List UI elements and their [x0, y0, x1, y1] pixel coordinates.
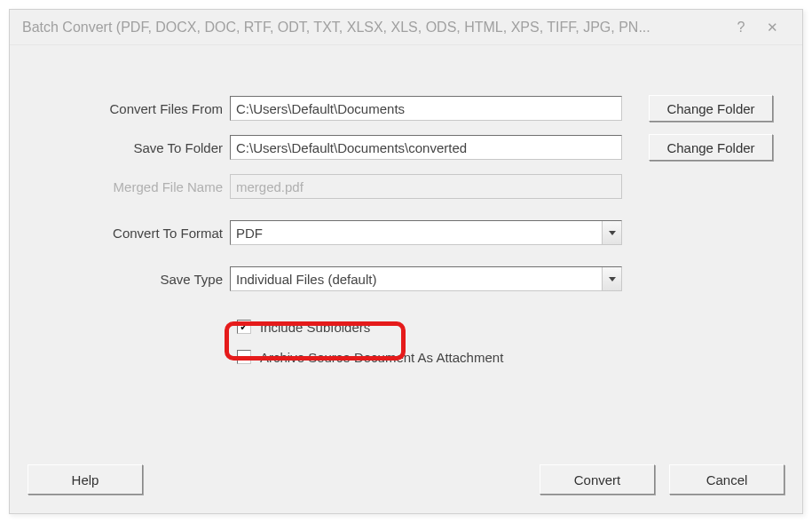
merged-name-label: Merged File Name: [10, 179, 230, 194]
archive-source-checkbox[interactable]: [237, 350, 251, 364]
save-type-select[interactable]: Individual Files (default): [230, 266, 622, 291]
help-button[interactable]: Help: [28, 464, 143, 495]
titlebar: Batch Convert (PDF, DOCX, DOC, RTF, ODT,…: [10, 10, 802, 45]
archive-source-label: Archive Source Document As Attachment: [260, 350, 503, 365]
titlebar-help-button[interactable]: ?: [728, 20, 754, 36]
chevron-down-icon: [602, 221, 621, 244]
convert-format-value: PDF: [236, 226, 263, 241]
include-subfolders-checkbox[interactable]: [237, 320, 251, 334]
bottom-bar: Help Convert Cancel: [10, 451, 802, 513]
close-icon[interactable]: ✕: [754, 20, 790, 36]
save-type-label: Save Type: [10, 272, 230, 287]
save-to-input[interactable]: [230, 135, 622, 160]
save-type-value: Individual Files (default): [236, 272, 376, 287]
convert-from-input[interactable]: [230, 96, 622, 121]
convert-button[interactable]: Convert: [540, 464, 655, 495]
batch-convert-dialog: Batch Convert (PDF, DOCX, DOC, RTF, ODT,…: [9, 9, 803, 514]
chevron-down-icon: [602, 267, 621, 290]
convert-from-label: Convert Files From: [10, 101, 230, 116]
include-subfolders-label: Include Subfolders: [260, 320, 370, 335]
dialog-body: Convert Files From Change Folder Save To…: [10, 63, 802, 451]
change-folder-to-button[interactable]: Change Folder: [649, 134, 773, 161]
window-title: Batch Convert (PDF, DOCX, DOC, RTF, ODT,…: [22, 20, 728, 36]
change-folder-from-button[interactable]: Change Folder: [649, 95, 773, 122]
convert-format-label: Convert To Format: [10, 226, 230, 241]
cancel-button[interactable]: Cancel: [669, 464, 784, 495]
save-to-label: Save To Folder: [10, 140, 230, 155]
merged-name-input: [230, 174, 622, 199]
convert-format-select[interactable]: PDF: [230, 220, 622, 245]
